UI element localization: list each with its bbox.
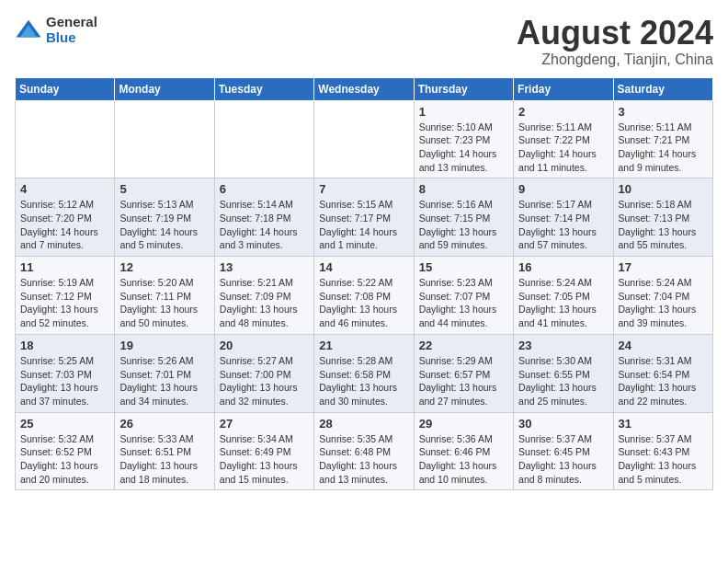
day-info: Sunrise: 5:11 AMSunset: 7:21 PMDaylight:… xyxy=(619,121,708,175)
calendar-cell xyxy=(115,100,214,178)
calendar-cell: 29Sunrise: 5:36 AMSunset: 6:46 PMDayligh… xyxy=(414,412,513,490)
day-info: Sunrise: 5:20 AMSunset: 7:11 PMDaylight:… xyxy=(119,276,209,330)
calendar-cell: 18Sunrise: 5:25 AMSunset: 7:03 PMDayligh… xyxy=(16,334,115,412)
calendar-cell: 27Sunrise: 5:34 AMSunset: 6:49 PMDayligh… xyxy=(214,412,313,490)
title-block: August 2024 Zhongdeng, Tianjin, China xyxy=(517,15,713,68)
day-info: Sunrise: 5:21 AMSunset: 7:09 PMDaylight:… xyxy=(220,276,309,330)
calendar-cell xyxy=(214,100,313,178)
calendar-cell: 4Sunrise: 5:12 AMSunset: 7:20 PMDaylight… xyxy=(16,178,115,257)
calendar-cell xyxy=(314,100,414,178)
day-info: Sunrise: 5:19 AMSunset: 7:12 PMDaylight:… xyxy=(20,276,109,330)
day-info: Sunrise: 5:15 AMSunset: 7:17 PMDaylight:… xyxy=(319,198,408,252)
calendar-cell: 16Sunrise: 5:24 AMSunset: 7:05 PMDayligh… xyxy=(514,257,613,335)
day-number: 30 xyxy=(518,417,608,431)
weekday-header: Tuesday xyxy=(214,77,313,100)
day-info: Sunrise: 5:18 AMSunset: 7:13 PMDaylight:… xyxy=(619,198,708,252)
calendar-cell: 8Sunrise: 5:16 AMSunset: 7:15 PMDaylight… xyxy=(414,178,513,257)
calendar-cell: 1Sunrise: 5:10 AMSunset: 7:23 PMDaylight… xyxy=(414,100,513,178)
day-info: Sunrise: 5:32 AMSunset: 6:52 PMDaylight:… xyxy=(20,432,109,487)
day-number: 21 xyxy=(319,339,408,352)
day-info: Sunrise: 5:33 AMSunset: 6:51 PMDaylight:… xyxy=(119,432,209,487)
weekday-header: Friday xyxy=(514,77,613,100)
calendar-cell: 7Sunrise: 5:15 AMSunset: 7:17 PMDaylight… xyxy=(314,178,414,257)
calendar-cell: 15Sunrise: 5:23 AMSunset: 7:07 PMDayligh… xyxy=(414,257,513,335)
calendar-table: SundayMondayTuesdayWednesdayThursdayFrid… xyxy=(15,77,713,491)
day-number: 1 xyxy=(419,105,508,119)
weekday-header: Thursday xyxy=(414,77,513,100)
day-info: Sunrise: 5:37 AMSunset: 6:45 PMDaylight:… xyxy=(518,432,608,487)
day-number: 31 xyxy=(619,417,708,431)
day-info: Sunrise: 5:12 AMSunset: 7:20 PMDaylight:… xyxy=(20,198,109,252)
calendar-cell: 25Sunrise: 5:32 AMSunset: 6:52 PMDayligh… xyxy=(16,412,115,490)
day-number: 26 xyxy=(119,417,209,431)
day-info: Sunrise: 5:37 AMSunset: 6:43 PMDaylight:… xyxy=(619,432,708,487)
calendar-cell: 21Sunrise: 5:28 AMSunset: 6:58 PMDayligh… xyxy=(314,334,414,412)
day-info: Sunrise: 5:17 AMSunset: 7:14 PMDaylight:… xyxy=(518,198,608,252)
day-info: Sunrise: 5:25 AMSunset: 7:03 PMDaylight:… xyxy=(20,354,109,408)
day-number: 25 xyxy=(20,417,109,431)
day-number: 13 xyxy=(220,260,309,274)
day-number: 8 xyxy=(419,182,508,196)
weekday-header: Sunday xyxy=(16,77,115,100)
day-number: 11 xyxy=(20,260,109,274)
calendar-cell: 20Sunrise: 5:27 AMSunset: 7:00 PMDayligh… xyxy=(214,334,313,412)
day-number: 20 xyxy=(220,339,309,352)
calendar-cell xyxy=(16,100,115,178)
calendar-week-row: 11Sunrise: 5:19 AMSunset: 7:12 PMDayligh… xyxy=(16,257,713,335)
calendar-cell: 9Sunrise: 5:17 AMSunset: 7:14 PMDaylight… xyxy=(514,178,613,257)
page-header: General Blue August 2024 Zhongdeng, Tian… xyxy=(15,15,713,68)
weekday-header: Saturday xyxy=(613,77,712,100)
day-info: Sunrise: 5:29 AMSunset: 6:57 PMDaylight:… xyxy=(419,354,508,408)
calendar-cell: 22Sunrise: 5:29 AMSunset: 6:57 PMDayligh… xyxy=(414,334,513,412)
calendar-cell: 28Sunrise: 5:35 AMSunset: 6:48 PMDayligh… xyxy=(314,412,414,490)
day-info: Sunrise: 5:13 AMSunset: 7:19 PMDaylight:… xyxy=(119,198,209,252)
calendar-header-row: SundayMondayTuesdayWednesdayThursdayFrid… xyxy=(16,77,713,100)
calendar-title: August 2024 xyxy=(517,15,713,52)
day-number: 22 xyxy=(419,339,508,352)
day-number: 27 xyxy=(220,417,309,431)
day-number: 29 xyxy=(419,417,508,431)
day-info: Sunrise: 5:22 AMSunset: 7:08 PMDaylight:… xyxy=(319,276,408,330)
calendar-cell: 11Sunrise: 5:19 AMSunset: 7:12 PMDayligh… xyxy=(16,257,115,335)
day-number: 18 xyxy=(20,339,109,352)
logo-icon xyxy=(15,17,42,44)
day-number: 2 xyxy=(518,105,608,119)
day-info: Sunrise: 5:24 AMSunset: 7:04 PMDaylight:… xyxy=(619,276,708,330)
calendar-cell: 23Sunrise: 5:30 AMSunset: 6:55 PMDayligh… xyxy=(514,334,613,412)
calendar-cell: 30Sunrise: 5:37 AMSunset: 6:45 PMDayligh… xyxy=(514,412,613,490)
logo-text: General Blue xyxy=(46,15,97,45)
calendar-week-row: 18Sunrise: 5:25 AMSunset: 7:03 PMDayligh… xyxy=(16,334,713,412)
day-number: 23 xyxy=(518,339,608,352)
day-number: 12 xyxy=(119,260,209,274)
day-info: Sunrise: 5:10 AMSunset: 7:23 PMDaylight:… xyxy=(419,121,508,175)
day-info: Sunrise: 5:11 AMSunset: 7:22 PMDaylight:… xyxy=(518,121,608,175)
logo-blue: Blue xyxy=(46,30,97,46)
calendar-cell: 19Sunrise: 5:26 AMSunset: 7:01 PMDayligh… xyxy=(115,334,214,412)
day-info: Sunrise: 5:24 AMSunset: 7:05 PMDaylight:… xyxy=(518,276,608,330)
day-number: 3 xyxy=(619,105,708,119)
calendar-cell: 31Sunrise: 5:37 AMSunset: 6:43 PMDayligh… xyxy=(613,412,712,490)
day-info: Sunrise: 5:26 AMSunset: 7:01 PMDaylight:… xyxy=(119,354,209,408)
day-info: Sunrise: 5:30 AMSunset: 6:55 PMDaylight:… xyxy=(518,354,608,408)
weekday-header: Wednesday xyxy=(314,77,414,100)
weekday-header: Monday xyxy=(115,77,214,100)
calendar-subtitle: Zhongdeng, Tianjin, China xyxy=(517,52,713,68)
calendar-cell: 24Sunrise: 5:31 AMSunset: 6:54 PMDayligh… xyxy=(613,334,712,412)
day-number: 6 xyxy=(220,182,309,196)
day-number: 4 xyxy=(20,182,109,196)
calendar-cell: 10Sunrise: 5:18 AMSunset: 7:13 PMDayligh… xyxy=(613,178,712,257)
day-info: Sunrise: 5:35 AMSunset: 6:48 PMDaylight:… xyxy=(319,432,408,487)
day-number: 9 xyxy=(518,182,608,196)
day-info: Sunrise: 5:23 AMSunset: 7:07 PMDaylight:… xyxy=(419,276,508,330)
calendar-week-row: 1Sunrise: 5:10 AMSunset: 7:23 PMDaylight… xyxy=(16,100,713,178)
day-info: Sunrise: 5:27 AMSunset: 7:00 PMDaylight:… xyxy=(220,354,309,408)
calendar-cell: 14Sunrise: 5:22 AMSunset: 7:08 PMDayligh… xyxy=(314,257,414,335)
calendar-cell: 13Sunrise: 5:21 AMSunset: 7:09 PMDayligh… xyxy=(214,257,313,335)
calendar-cell: 2Sunrise: 5:11 AMSunset: 7:22 PMDaylight… xyxy=(514,100,613,178)
calendar-cell: 12Sunrise: 5:20 AMSunset: 7:11 PMDayligh… xyxy=(115,257,214,335)
day-number: 24 xyxy=(619,339,708,352)
calendar-week-row: 25Sunrise: 5:32 AMSunset: 6:52 PMDayligh… xyxy=(16,412,713,490)
day-number: 16 xyxy=(518,260,608,274)
day-info: Sunrise: 5:28 AMSunset: 6:58 PMDaylight:… xyxy=(319,354,408,408)
day-number: 5 xyxy=(119,182,209,196)
